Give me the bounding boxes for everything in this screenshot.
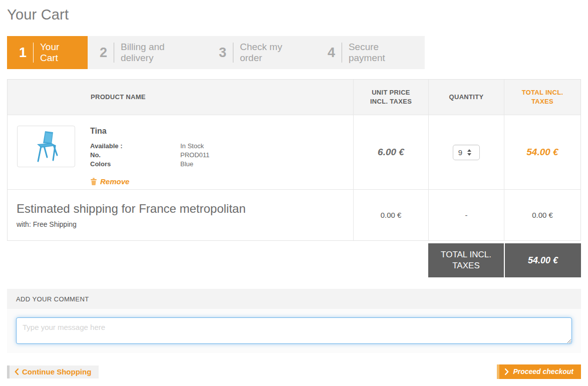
comment-heading: ADD YOUR COMMENT (7, 289, 581, 309)
continue-shopping-button[interactable]: Continue Shopping (7, 365, 99, 378)
attribute-value: PROD011 (180, 151, 209, 160)
header-quantity: QUANTITY (428, 80, 504, 115)
product-name: Tina (90, 127, 209, 136)
step-number: 4 (328, 45, 335, 61)
attribute-value: Blue (180, 160, 193, 169)
comment-textarea[interactable] (16, 317, 572, 344)
proceed-checkout-label: Proceed checkout (513, 367, 573, 375)
header-unit-price: UNIT PRICE INCL. TAXES (353, 80, 428, 115)
step-billing-delivery: 2 Billing and delivery (88, 36, 207, 69)
shipping-row: Estimated shipping for France metropolit… (8, 189, 580, 240)
attribute-label: Colors (90, 160, 180, 169)
grand-total-row: TOTAL INCL. TAXES 54.00 € (7, 243, 581, 277)
remove-label: Remove (100, 177, 129, 186)
attribute-label: Available : (90, 142, 180, 151)
shipping-carrier: with: Free Shipping (17, 220, 353, 228)
continue-shopping-label: Continue Shopping (22, 367, 91, 376)
step-number: 3 (219, 45, 226, 61)
header-total: TOTAL INCL. TAXES (504, 80, 580, 115)
step-label: Billing and delivery (121, 42, 207, 64)
grand-total-label: TOTAL INCL. TAXES (428, 243, 504, 277)
step-divider (33, 43, 34, 63)
unit-price-value: 6.00 € (378, 147, 404, 158)
step-label: Secure payment (349, 42, 425, 64)
cart-table: PRODUCT NAME UNIT PRICE INCL. TAXES QUAN… (7, 79, 581, 241)
chair-illustration (22, 129, 70, 164)
stepper-arrows[interactable] (467, 149, 472, 156)
product-details: Tina Available : In Stock No. PROD011 Co… (90, 126, 209, 189)
comment-section: ADD YOUR COMMENT (7, 289, 581, 353)
proceed-checkout-button[interactable]: Proceed checkout (497, 364, 581, 379)
attribute-reference: No. PROD011 (90, 151, 209, 160)
attribute-colors: Colors Blue (90, 160, 209, 169)
step-number: 2 (100, 45, 107, 61)
attribute-availability: Available : In Stock (90, 142, 209, 151)
step-number: 1 (19, 45, 27, 61)
product-image[interactable] (17, 126, 75, 167)
chevron-left-icon (15, 368, 19, 375)
step-divider (114, 43, 114, 63)
step-secure-payment: 4 Secure payment (316, 36, 425, 69)
quantity-stepper[interactable] (453, 145, 480, 160)
chevron-down-icon[interactable] (467, 153, 471, 156)
step-your-cart[interactable]: 1 Your Cart (7, 36, 88, 69)
step-label: Check my order (240, 42, 316, 64)
checkout-steps: 1 Your Cart 2 Billing and delivery 3 Che… (7, 36, 581, 69)
footer-actions: Continue Shopping Proceed checkout (7, 364, 581, 379)
product-row: Tina Available : In Stock No. PROD011 Co… (8, 115, 580, 189)
step-divider (342, 43, 342, 63)
shipping-unit-price: 0.00 € (381, 211, 402, 219)
shipping-title: Estimated shipping for France metropolit… (17, 202, 353, 216)
line-total-value: 54.00 € (526, 147, 558, 158)
shipping-quantity: - (465, 211, 468, 219)
attribute-label: No. (90, 151, 180, 160)
step-check-order: 3 Check my order (207, 36, 316, 69)
header-product-name: PRODUCT NAME (8, 80, 353, 115)
attribute-value: In Stock (180, 142, 204, 151)
trash-icon (90, 178, 97, 185)
chevron-up-icon[interactable] (467, 149, 471, 152)
cart-page: Your Cart 1 Your Cart 2 Billing and deli… (7, 0, 581, 379)
shipping-total: 0.00 € (532, 211, 553, 219)
chevron-right-icon (505, 368, 509, 375)
page-title: Your Cart (7, 0, 581, 23)
remove-product-link[interactable]: Remove (90, 177, 129, 186)
step-divider (233, 43, 233, 63)
cart-table-header: PRODUCT NAME UNIT PRICE INCL. TAXES QUAN… (8, 80, 580, 115)
quantity-input[interactable] (453, 148, 467, 157)
step-label: Your Cart (40, 42, 88, 64)
grand-total-value: 54.00 € (504, 243, 581, 277)
